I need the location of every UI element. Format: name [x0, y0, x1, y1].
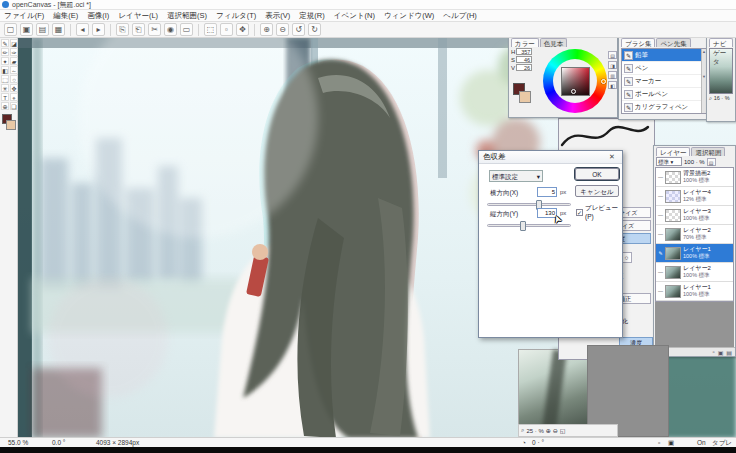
lasso-tool-icon[interactable]: ○ [10, 75, 18, 83]
fill-tool-icon[interactable]: ▰ [10, 57, 18, 65]
tab-pen-tip-set[interactable]: ペン先集 [656, 38, 690, 47]
tab-selection[interactable]: 選択範囲 [691, 147, 725, 156]
pencil-tool-icon[interactable]: ✏ [1, 48, 9, 56]
layer-thumbnail[interactable] [665, 285, 681, 298]
move-tool-icon[interactable]: ✥ [10, 84, 18, 92]
magic-wand-tool-icon[interactable]: ✳ [1, 84, 9, 92]
eye-icon[interactable]: — [656, 269, 665, 275]
select-rect-tool-icon[interactable]: ⬚ [1, 75, 9, 83]
menu-image[interactable]: 画像(I) [87, 11, 109, 21]
sub-color-swatch[interactable] [519, 91, 531, 103]
hue-wheel[interactable] [543, 49, 607, 113]
airbrush-tool-icon[interactable]: ✦ [1, 57, 9, 65]
deselect-icon[interactable]: ▫ [220, 23, 233, 36]
dialog-title-bar[interactable]: 色収差 ✕ [479, 151, 622, 164]
brush-item-marker[interactable]: ✎マーカー [622, 75, 706, 88]
brush-item-pencil[interactable]: ✎鉛筆 [622, 49, 706, 62]
h-field[interactable]: 357 [516, 48, 532, 55]
zoom-out-icon[interactable]: ⊖ [276, 23, 289, 36]
s-field[interactable]: 46 [516, 56, 532, 63]
layer-thumbnail[interactable] [665, 228, 681, 241]
new-folder-icon[interactable]: ▣ [718, 349, 724, 356]
next-icon[interactable]: ▸ [92, 23, 105, 36]
menu-ruler[interactable]: 定規(R) [299, 11, 324, 21]
eyedropper-tool-icon[interactable]: ⌖ [10, 93, 18, 101]
hand-tool-icon[interactable]: ❏ [10, 102, 18, 110]
selection-icon[interactable]: ⬚ [204, 23, 217, 36]
horizontal-slider[interactable] [487, 203, 571, 206]
layer-thumbnail[interactable] [665, 209, 681, 222]
tab-brush-set[interactable]: ブラシ集 [621, 38, 655, 47]
move-icon[interactable]: ✥ [236, 23, 249, 36]
close-icon[interactable]: ✕ [606, 153, 618, 161]
eye-icon[interactable]: — [656, 193, 665, 199]
color-mode-icon-4[interactable]: ◧ [608, 81, 617, 89]
brush-tool-icon[interactable]: ✑ [10, 48, 18, 56]
vertical-slider-thumb[interactable] [520, 221, 526, 231]
menu-event[interactable]: イベント(N) [334, 11, 375, 21]
gradient-tool-icon[interactable]: ◧ [1, 66, 9, 74]
background-color-swatch[interactable] [6, 120, 16, 130]
delete-layer-icon[interactable]: ▤ [726, 349, 732, 356]
menu-edit[interactable]: 編集(E) [53, 11, 78, 21]
preview-checkbox[interactable]: ✓ [576, 209, 583, 216]
pencil-edit-icon[interactable]: ✎ [656, 250, 665, 256]
prev-icon[interactable]: ◂ [76, 23, 89, 36]
vertical-slider[interactable] [487, 224, 571, 227]
page-icon[interactable]: ▫ [658, 439, 660, 446]
eye-icon[interactable]: — [656, 174, 665, 180]
fit-view-icon[interactable]: ◱ [560, 427, 566, 434]
eye-icon[interactable]: — [656, 212, 665, 218]
layer-row[interactable]: —レイヤー270% 標準 [656, 225, 733, 244]
sv-marker[interactable] [571, 89, 576, 94]
paste-icon[interactable]: ⎘ [116, 23, 129, 36]
eye-icon[interactable]: — [656, 288, 665, 294]
canvas-rotation-value[interactable]: 0 · ° [532, 439, 544, 446]
new-layer-icon[interactable]: ▫ [713, 349, 715, 355]
v-field[interactable]: 26 [516, 64, 532, 71]
save-as-icon[interactable]: ▦ [52, 23, 65, 36]
rotation-icon[interactable]: ◔ [522, 439, 526, 446]
layer-thumbnail[interactable] [665, 190, 681, 203]
cut-icon[interactable]: ✂ [148, 23, 161, 36]
zoom-out-icon[interactable]: ⊖ [553, 427, 558, 434]
layer-thumbnail[interactable] [665, 247, 681, 260]
brush-item-ballpoint[interactable]: ✎ボールペン [622, 88, 706, 101]
layer-row[interactable]: —レイヤー2100% 標準 [656, 263, 733, 282]
tab-swatchbook[interactable]: 色見本 [540, 38, 568, 47]
color-mode-icon-1[interactable]: ▤ [608, 51, 617, 59]
layer-thumbnail[interactable] [665, 171, 681, 184]
cancel-button[interactable]: キャンセル [575, 185, 619, 197]
rotate-left-icon[interactable]: ↺ [292, 23, 305, 36]
brush-item-calligraphy[interactable]: ✎カリグラフィペン [622, 101, 706, 114]
pen-tool-icon[interactable]: ✎ [1, 39, 9, 47]
ok-button[interactable]: OK [575, 168, 619, 180]
magnifier-icon[interactable]: ⌕ [709, 95, 712, 101]
eraser-tool-icon[interactable]: ◪ [10, 39, 18, 47]
magnifier-icon[interactable]: ⌕ [521, 427, 524, 434]
tab-navigator[interactable]: ナビゲータ [709, 38, 733, 47]
eye-icon[interactable]: — [656, 231, 665, 237]
menu-filter[interactable]: フィルタ(T) [216, 11, 256, 21]
trash-icon[interactable]: ▣ [668, 439, 674, 447]
save-icon[interactable]: ▤ [36, 23, 49, 36]
menu-view[interactable]: 表示(V) [265, 11, 290, 21]
crop-icon[interactable]: ▭ [180, 23, 193, 36]
canvas-zoom-value[interactable]: 25 · % [526, 428, 543, 434]
color-mode-icon-2[interactable]: ◨ [608, 61, 617, 69]
menu-layer[interactable]: レイヤー(L) [118, 11, 158, 21]
blend-mode-select[interactable]: 標準 ▾ [656, 157, 682, 166]
new-icon[interactable]: ▢ [4, 23, 17, 36]
tab-color[interactable]: カラー [511, 38, 539, 47]
layer-row[interactable]: —レイヤー412% 標準 [656, 187, 733, 206]
text-tool-icon[interactable]: T [1, 93, 9, 101]
hue-marker[interactable] [601, 79, 606, 84]
zoom-in-icon[interactable]: ⊕ [546, 427, 551, 434]
opacity-value[interactable]: 100 · % [684, 159, 705, 165]
open-icon[interactable]: ▣ [20, 23, 33, 36]
blur-tool-icon[interactable]: ～ [10, 66, 18, 74]
preset-select[interactable]: 標準設定▾ [489, 170, 543, 182]
zoom-in-icon[interactable]: ⊕ [260, 23, 273, 36]
menu-selection[interactable]: 選択範囲(S) [167, 11, 207, 21]
lock-icon[interactable]: ▤ [707, 158, 716, 166]
